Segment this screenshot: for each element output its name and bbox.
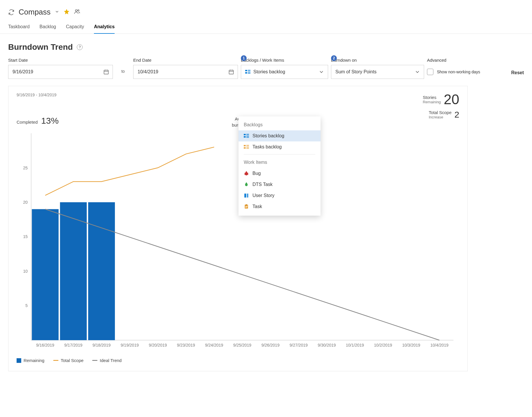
svg-rect-13 xyxy=(245,72,247,74)
backlogs-value: Stories backlog xyxy=(253,69,285,74)
to-label: to xyxy=(116,69,130,79)
project-name[interactable]: Compass xyxy=(19,8,51,17)
completed-stat: Completed 13% xyxy=(17,116,59,126)
dts-icon xyxy=(244,182,249,187)
legend-ideal-trend: Ideal Trend xyxy=(92,358,122,363)
svg-text:20: 20 xyxy=(23,200,28,205)
backlogs-dropdown-popup: BacklogsStories backlogTasks backlogWork… xyxy=(239,116,321,216)
svg-text:9/24/2019: 9/24/2019 xyxy=(205,343,223,347)
backlogs-select[interactable]: Stories backlog xyxy=(241,65,328,79)
chevron-down-icon xyxy=(414,65,420,79)
chevron-down-icon xyxy=(319,65,324,79)
svg-rect-43 xyxy=(246,135,249,136)
calendar-icon xyxy=(228,65,234,79)
svg-text:5: 5 xyxy=(25,303,28,308)
backlogs-label: Backlogs / Work Items xyxy=(241,58,328,63)
svg-text:9/18/2019: 9/18/2019 xyxy=(92,343,111,347)
tab-analytics[interactable]: Analytics xyxy=(94,22,115,33)
svg-rect-15 xyxy=(248,73,250,74)
completed-label: Completed xyxy=(17,120,38,125)
burndown-value: Sum of Story Points xyxy=(335,69,376,74)
svg-rect-42 xyxy=(246,134,249,134)
show-non-working-label: Show non-working days xyxy=(437,70,480,74)
tab-capacity[interactable]: Capacity xyxy=(66,22,84,33)
dropdown-item-tasks-backlog[interactable]: Tasks backlog xyxy=(239,141,321,152)
svg-text:9/16/2019: 9/16/2019 xyxy=(36,343,54,347)
tab-taskboard[interactable]: Taskboard xyxy=(8,22,30,33)
dropdown-group-backlogs: Backlogs xyxy=(239,119,321,130)
svg-rect-59 xyxy=(244,194,246,198)
svg-rect-38 xyxy=(32,209,58,340)
svg-text:10/3/2019: 10/3/2019 xyxy=(402,343,420,347)
userstory-icon xyxy=(244,193,249,198)
svg-rect-2 xyxy=(104,70,108,74)
svg-rect-45 xyxy=(246,136,249,137)
backlogs-field: 1 Backlogs / Work Items Stories backlog xyxy=(241,58,328,79)
svg-rect-41 xyxy=(244,134,246,135)
svg-text:9/23/2019: 9/23/2019 xyxy=(177,343,195,347)
star-icon[interactable] xyxy=(63,8,70,16)
svg-rect-44 xyxy=(244,136,246,138)
stat-total-scope: Total ScopeIncrease2 xyxy=(423,110,459,119)
burndown-chart: 5101520259/16/20199/17/20199/18/20199/19… xyxy=(17,130,459,352)
svg-line-58 xyxy=(248,174,248,175)
end-date-label: End Date xyxy=(133,58,238,63)
svg-text:9/20/2019: 9/20/2019 xyxy=(149,343,167,347)
svg-rect-51 xyxy=(246,147,249,148)
legend-remaining: Remaining xyxy=(17,358,45,363)
tab-backlog[interactable]: Backlog xyxy=(40,22,56,33)
start-date-input[interactable]: 9/16/2019 xyxy=(8,65,113,79)
svg-text:25: 25 xyxy=(23,166,28,170)
svg-rect-12 xyxy=(248,71,250,72)
end-date-input[interactable]: 10/4/2019 xyxy=(133,65,238,79)
svg-text:10: 10 xyxy=(23,269,28,274)
page-title: Burndown Trend xyxy=(8,42,73,52)
svg-line-57 xyxy=(244,174,245,175)
burndown-field: 2 Burndown on Sum of Story Points xyxy=(331,58,424,79)
advanced-label: Advanced xyxy=(427,58,499,63)
svg-text:9/26/2019: 9/26/2019 xyxy=(261,343,280,347)
chart-legend: RemainingTotal ScopeIdeal Trend xyxy=(17,358,459,363)
backlog-blue-icon xyxy=(244,133,249,139)
reset-button[interactable]: Reset xyxy=(511,70,524,79)
show-non-working-checkbox[interactable] xyxy=(427,69,433,75)
tabs: TaskboardBacklogCapacityAnalytics xyxy=(0,22,532,34)
legend-total-scope: Total Scope xyxy=(53,358,83,363)
project-header: Compass xyxy=(0,6,532,22)
chart-date-range: 9/16/2019 - 10/4/2019 xyxy=(17,93,56,97)
svg-rect-50 xyxy=(244,147,246,149)
svg-rect-49 xyxy=(246,146,249,147)
svg-text:9/17/2019: 9/17/2019 xyxy=(64,343,82,347)
svg-rect-47 xyxy=(244,145,246,146)
svg-point-0 xyxy=(75,10,77,11)
dropdown-item-dts-task[interactable]: DTS Task xyxy=(239,179,321,190)
svg-line-56 xyxy=(248,173,248,173)
svg-point-54 xyxy=(246,171,247,173)
people-icon[interactable] xyxy=(74,8,80,16)
end-date-field: End Date 10/4/2019 xyxy=(133,58,238,79)
dropdown-item-stories-backlog[interactable]: Stories backlog xyxy=(239,130,321,141)
refresh-icon[interactable] xyxy=(8,9,15,15)
svg-rect-10 xyxy=(245,70,247,71)
dropdown-item-user-story[interactable]: User Story xyxy=(239,190,321,201)
chevron-down-icon[interactable] xyxy=(55,9,59,15)
filter-bar: Start Date 9/16/2019 to End Date 10/4/20… xyxy=(0,58,532,86)
svg-text:9/30/2019: 9/30/2019 xyxy=(318,343,336,347)
svg-text:15: 15 xyxy=(23,234,28,239)
help-icon[interactable]: ? xyxy=(77,44,83,50)
dropdown-item-task[interactable]: Task xyxy=(239,201,321,212)
svg-rect-60 xyxy=(247,194,248,198)
svg-rect-14 xyxy=(248,72,250,73)
chart-stats: StoriesRemaining20Total ScopeIncrease2 xyxy=(423,93,459,123)
start-date-value: 9/16/2019 xyxy=(13,69,33,74)
calendar-icon xyxy=(103,65,109,79)
page-title-row: Burndown Trend ? xyxy=(0,34,532,58)
advanced-field: Advanced Show non-working days xyxy=(427,58,499,79)
burndown-select[interactable]: Sum of Story Points xyxy=(331,65,424,79)
backlog-yellow-icon xyxy=(244,144,249,150)
dropdown-item-bug[interactable]: Bug xyxy=(239,168,321,179)
bug-icon xyxy=(244,171,249,176)
end-date-value: 10/4/2019 xyxy=(138,69,158,74)
start-date-field: Start Date 9/16/2019 xyxy=(8,58,113,79)
svg-text:9/19/2019: 9/19/2019 xyxy=(121,343,139,347)
